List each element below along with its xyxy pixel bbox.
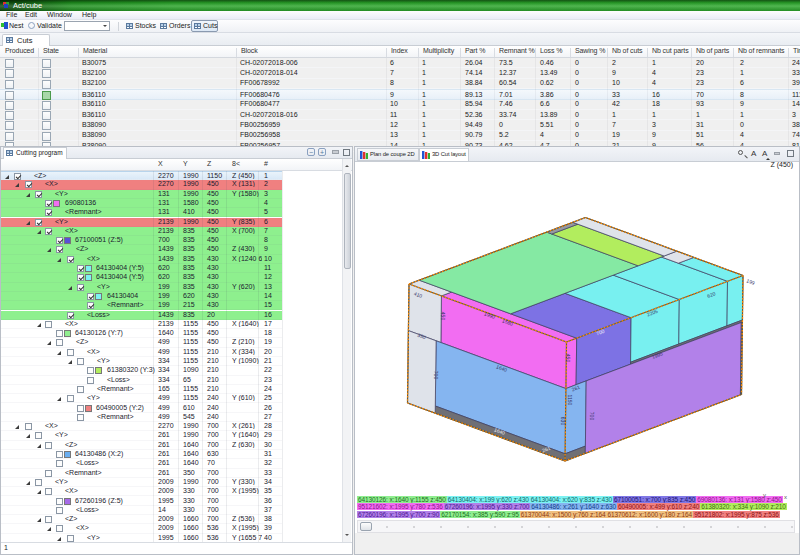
svg-text:199: 199 <box>746 277 756 286</box>
svg-text:700: 700 <box>589 412 595 421</box>
svg-text:630: 630 <box>560 417 566 426</box>
svg-text:450: 450 <box>565 354 571 363</box>
svg-text:700: 700 <box>433 371 439 380</box>
svg-text:450: 450 <box>440 312 446 321</box>
svg-text:1150: 1150 <box>567 395 573 406</box>
